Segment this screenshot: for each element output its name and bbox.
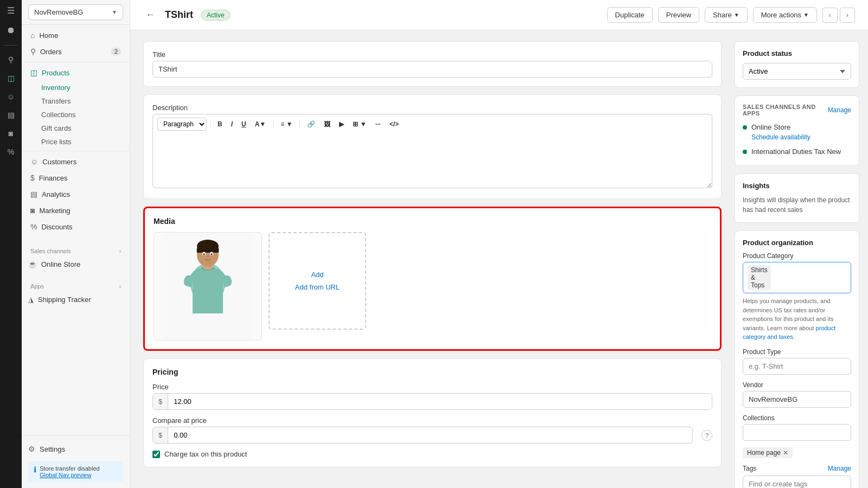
- collections-input[interactable]: [743, 424, 851, 441]
- store-nav-icon: ☕: [28, 260, 37, 268]
- insights-text: Insights will display when the product h…: [743, 195, 851, 215]
- title-input[interactable]: [152, 61, 712, 78]
- products-icon: ◫: [8, 74, 15, 82]
- font-color-button[interactable]: A▼: [251, 118, 270, 130]
- code-button[interactable]: </>: [386, 118, 403, 130]
- home-icon: ⌂: [30, 31, 35, 40]
- collection-tag: Home page ✕: [743, 447, 793, 458]
- tags-input[interactable]: [743, 476, 851, 489]
- share-button[interactable]: Share ▼: [705, 7, 748, 23]
- store-transfer-notice: ℹ Store transfer disabled Global Nav pre…: [28, 461, 123, 483]
- sales-channels-chevron: ›: [119, 248, 121, 254]
- nav-gift-cards[interactable]: Gift cards: [22, 121, 130, 135]
- nav-discounts[interactable]: % Discounts: [22, 219, 130, 235]
- media-image-item[interactable]: [154, 232, 262, 341]
- finances-icon: $: [30, 174, 35, 182]
- apps-header: Apps ›: [22, 277, 130, 292]
- nav-orders[interactable]: ⚲ Orders 2: [22, 43, 130, 60]
- nav-marketing[interactable]: ◙ Marketing: [22, 202, 130, 219]
- bold-button[interactable]: B: [214, 118, 226, 130]
- svg-point-7: [203, 253, 205, 255]
- discounts-icon: %: [8, 147, 14, 156]
- category-input-row[interactable]: Shirts & Tops ✕ ✓: [743, 262, 851, 293]
- settings-item[interactable]: ⚙ Settings: [28, 441, 123, 457]
- media-placeholder[interactable]: Add Add from URL: [269, 232, 366, 330]
- analytics-label: Analytics: [42, 190, 70, 198]
- duplicate-button[interactable]: Duplicate: [607, 7, 653, 23]
- vendor-input[interactable]: [743, 391, 851, 408]
- nav-online-store[interactable]: ☕ Online Store: [22, 256, 130, 272]
- category-help: Helps you manage products, and determine…: [743, 297, 851, 342]
- link-button[interactable]: 🔗: [303, 118, 319, 130]
- customers-nav-icon: ☺: [30, 157, 38, 166]
- menu-icon[interactable]: ☰: [7, 5, 15, 16]
- nav-price-lists[interactable]: Price lists: [22, 135, 130, 149]
- title-card: Title: [143, 41, 722, 87]
- page-title: TShirt: [165, 9, 193, 21]
- description-textarea[interactable]: [152, 134, 712, 188]
- store-selector[interactable]: NovRemoveBG ▼: [22, 0, 130, 25]
- nav-analytics[interactable]: ▤ Analytics: [22, 186, 130, 202]
- compare-currency: $: [153, 427, 168, 443]
- product-type-input[interactable]: [743, 358, 851, 375]
- home-label: Home: [39, 31, 58, 40]
- main-column: Title Description Paragraph B I U: [130, 30, 732, 488]
- media-title: Media: [154, 217, 711, 226]
- info-icon: ℹ: [34, 465, 36, 478]
- add-from-url-button[interactable]: Add from URL: [295, 283, 340, 291]
- nav-products[interactable]: ◫ Products: [22, 65, 130, 81]
- dashboard-icon: ⏺: [7, 25, 15, 35]
- nav-home[interactable]: ⌂ Home: [22, 27, 130, 43]
- remove-collection-icon[interactable]: ✕: [783, 449, 788, 457]
- orders-badge: 2: [111, 48, 121, 55]
- media-card: Media: [143, 207, 722, 351]
- nav-transfers[interactable]: Transfers: [22, 94, 130, 108]
- nav-inventory[interactable]: Inventory: [22, 81, 130, 94]
- insights-card: Insights Insights will display when the …: [735, 174, 859, 223]
- nav-collections[interactable]: Collections: [22, 108, 130, 121]
- table-button[interactable]: ⊞ ▼: [349, 118, 370, 130]
- tshirt-person-svg: [164, 232, 251, 341]
- category-input[interactable]: [773, 274, 851, 282]
- online-store-dot: [743, 125, 747, 130]
- category-tag: Shirts & Tops: [748, 265, 771, 290]
- global-nav-link[interactable]: Global Nav preview: [40, 472, 91, 478]
- schedule-availability-link[interactable]: Schedule availability: [751, 133, 851, 141]
- tags-manage-link[interactable]: Manage: [828, 465, 851, 472]
- image-button[interactable]: 🖼: [320, 118, 334, 130]
- orders-nav-icon: ⚲: [30, 47, 36, 56]
- analytics-icon: ▤: [8, 111, 15, 119]
- title-label: Title: [152, 50, 712, 59]
- tax-label: Charge tax on this product: [164, 450, 247, 458]
- underline-button[interactable]: U: [238, 118, 250, 130]
- more-format-button[interactable]: ···: [372, 118, 385, 130]
- collections-label: Collections: [743, 414, 851, 422]
- paragraph-select[interactable]: Paragraph: [157, 118, 207, 131]
- description-label: Description: [152, 104, 712, 112]
- align-button[interactable]: ≡ ▼: [277, 118, 296, 130]
- italic-button[interactable]: I: [227, 118, 237, 130]
- product-category-label: Product Category: [743, 252, 851, 260]
- description-toolbar: Paragraph B I U A▼ ≡ ▼ 🔗 🖼 ▶ ⊞ ▼: [152, 114, 712, 134]
- manage-channels-link[interactable]: Manage: [828, 106, 851, 114]
- add-media-button[interactable]: Add: [311, 271, 323, 279]
- back-button[interactable]: ←: [143, 7, 157, 23]
- nav-finances[interactable]: $ Finances: [22, 170, 130, 186]
- video-button[interactable]: ▶: [335, 118, 348, 130]
- share-dropdown-icon: ▼: [734, 12, 739, 18]
- compare-price-input[interactable]: [168, 427, 692, 443]
- preview-button[interactable]: Preview: [658, 7, 699, 23]
- more-actions-button[interactable]: More actions ▼: [753, 7, 817, 23]
- price-input[interactable]: [168, 394, 712, 409]
- product-status-select[interactable]: Active Draft: [743, 63, 851, 80]
- discounts-label: Discounts: [41, 223, 72, 231]
- nav-shipping-tracker[interactable]: ◮ Shipping Tracker: [22, 292, 130, 307]
- svg-point-8: [211, 253, 213, 255]
- help-icon[interactable]: ?: [701, 430, 712, 441]
- tags-label: Tags: [743, 465, 756, 472]
- nav-customers[interactable]: ☺ Customers: [22, 153, 130, 170]
- tax-checkbox[interactable]: [152, 451, 160, 458]
- next-button[interactable]: ›: [840, 8, 855, 23]
- prev-button[interactable]: ‹: [822, 8, 838, 23]
- customers-label: Customers: [42, 158, 76, 166]
